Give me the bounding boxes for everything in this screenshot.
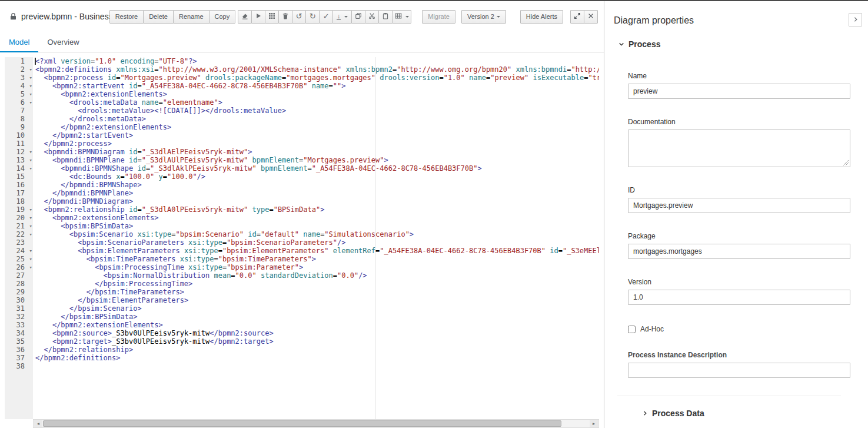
code-line[interactable]: <bpmndi:BPMNDiagram id="_S3dlAElPEeisv5r… <box>35 148 599 156</box>
line-number[interactable]: 33 <box>5 321 33 329</box>
code-line[interactable]: <bpmndi:BPMNPlane id="_S3dlAUlPEeisv5ryk… <box>35 156 599 164</box>
code-area[interactable]: <?xml version="1.0" encoding="UTF-8"?><b… <box>33 57 599 419</box>
code-line[interactable]: <bpmn2:source>_S3bv0UlPEeisv5ryk-mitw</b… <box>35 329 599 337</box>
process-instance-description-input[interactable] <box>628 363 850 378</box>
scroll-right-button[interactable]: ▸ <box>590 420 598 427</box>
code-line[interactable]: <drools:metaValue><![CDATA[]]></drools:m… <box>35 107 599 115</box>
code-line[interactable]: <bpsim:ScenarioParameters xsi:type="bpsi… <box>35 238 599 247</box>
version-input[interactable] <box>628 290 850 305</box>
delete-button[interactable]: Delete <box>143 10 174 24</box>
code-line[interactable]: </bpsim:TimeParameters> <box>35 288 599 296</box>
cut-button[interactable] <box>365 10 379 24</box>
line-number[interactable]: 34 <box>5 329 33 337</box>
fold-toggle-icon[interactable]: ▾ <box>29 230 32 238</box>
code-line[interactable]: <bpsim:Scenario xsi:type="bpsim:Scenario… <box>35 230 599 238</box>
code-line[interactable]: </bpmn2:extensionElements> <box>35 321 599 329</box>
line-number[interactable]: 32 <box>5 313 33 321</box>
redo-button[interactable]: ↻ <box>305 10 320 24</box>
scroll-left-button[interactable]: ◂ <box>34 420 42 427</box>
code-line[interactable]: </bpmndi:BPMNPlane> <box>35 189 599 197</box>
line-number[interactable]: 30 <box>5 296 33 304</box>
code-line[interactable]: </bpsim:ProcessingTime> <box>35 280 599 288</box>
adhoc-checkbox[interactable] <box>628 326 636 333</box>
line-number[interactable]: 5▾ <box>5 90 33 98</box>
code-line[interactable]: <dc:Bounds x="100.0" y="100.0"/> <box>35 172 599 181</box>
fold-toggle-icon[interactable]: ▾ <box>29 205 32 214</box>
documentation-textarea[interactable] <box>628 130 850 167</box>
scrollbar-thumb[interactable] <box>43 420 561 427</box>
code-line[interactable]: <bpmn2:target>_S3bv0UlPEeisv5ryk-mitw</b… <box>35 337 599 346</box>
line-number[interactable]: 7 <box>5 107 33 115</box>
line-number[interactable]: 29 <box>5 288 33 296</box>
name-input[interactable] <box>628 84 850 99</box>
line-number[interactable]: 4▾ <box>5 82 33 90</box>
fold-toggle-icon[interactable]: ▾ <box>29 263 32 271</box>
clear-canvas-button[interactable] <box>238 10 252 24</box>
code-line[interactable]: <bpsim:ElementParameters xsi:type="bpsim… <box>35 247 599 255</box>
code-line[interactable]: <bpsim:BPSimData> <box>35 222 599 230</box>
fold-toggle-icon[interactable]: ▾ <box>29 164 32 172</box>
code-line[interactable]: <bpsim:ProcessingTime xsi:type="bpsim:Pa… <box>35 263 599 271</box>
thumbnails-button[interactable] <box>265 10 279 24</box>
rename-button[interactable]: Rename <box>173 10 209 24</box>
tab-overview[interactable]: Overview <box>38 32 88 52</box>
expand-button[interactable] <box>570 10 584 24</box>
line-number[interactable]: 25▾ <box>5 255 33 263</box>
code-line[interactable]: <bpsim:NormalDistribution mean="0.0" sta… <box>35 271 599 280</box>
package-input[interactable] <box>628 244 850 259</box>
line-number[interactable]: 11 <box>5 140 33 148</box>
fold-toggle-icon[interactable]: ▾ <box>29 247 32 255</box>
code-line[interactable]: <bpsim:TimeParameters xsi:type="bpsim:Ti… <box>35 255 599 263</box>
line-number[interactable]: 16 <box>5 181 33 189</box>
line-number[interactable]: 14▾ <box>5 164 33 172</box>
line-number[interactable]: 3▾ <box>5 74 33 82</box>
migrate-button[interactable]: Migrate <box>422 10 455 24</box>
line-number[interactable]: 22▾ <box>5 230 33 238</box>
line-number[interactable]: 21▾ <box>5 222 33 230</box>
copy-button[interactable]: Copy <box>209 10 236 24</box>
fold-toggle-icon[interactable]: ▾ <box>29 214 32 222</box>
collapse-panel-button[interactable] <box>849 13 862 26</box>
line-number[interactable]: 15 <box>5 172 33 181</box>
section-process[interactable]: Process <box>618 39 859 49</box>
tab-model[interactable]: Model <box>0 32 38 52</box>
line-number[interactable]: 10 <box>5 131 33 140</box>
paste-button[interactable] <box>378 10 393 24</box>
code-line[interactable]: </bpsim:Scenario> <box>35 304 599 313</box>
code-line[interactable]: <bpmn2:definitions xmlns:xsi="http://www… <box>35 65 599 74</box>
line-number[interactable]: 12▾ <box>5 148 33 156</box>
table-dropdown-button[interactable] <box>392 10 411 24</box>
line-number[interactable]: 35 <box>5 337 33 346</box>
fold-toggle-icon[interactable]: ▾ <box>29 148 32 156</box>
code-line[interactable]: </bpmn2:definitions> <box>35 354 599 362</box>
version-dropdown-button[interactable]: Version 2 <box>461 10 506 24</box>
line-number[interactable]: 24▾ <box>5 247 33 255</box>
line-number[interactable]: 27 <box>5 271 33 280</box>
code-line[interactable] <box>35 362 599 370</box>
download-dropdown-button[interactable]: ↓ <box>332 10 352 24</box>
code-line[interactable]: </bpmn2:startEvent> <box>35 131 599 140</box>
code-line[interactable]: <bpmn2:relationship id="_S3dlA0lPEeisv5r… <box>35 205 599 214</box>
line-number[interactable]: 18 <box>5 197 33 205</box>
line-number[interactable]: 9 <box>5 123 33 131</box>
code-line[interactable]: <bpmn2:startEvent id="_A54FE38A-04EC-466… <box>35 82 599 90</box>
line-number[interactable]: 2▾ <box>5 65 33 74</box>
undo-button[interactable]: ↺ <box>292 10 306 24</box>
fold-toggle-icon[interactable]: ▾ <box>29 90 32 98</box>
code-line[interactable]: </bpmn2:process> <box>35 140 599 148</box>
restore-button[interactable]: Restore <box>109 10 144 24</box>
line-number[interactable]: 37 <box>5 354 33 362</box>
hide-alerts-button[interactable]: Hide Alerts <box>520 10 563 24</box>
line-number[interactable]: 20▾ <box>5 214 33 222</box>
resize-grip-icon[interactable] <box>843 160 849 165</box>
fold-toggle-icon[interactable]: ▾ <box>29 65 32 74</box>
code-line[interactable]: <bpmn2:extensionElements> <box>35 214 599 222</box>
line-number[interactable]: 26▾ <box>5 263 33 271</box>
horizontal-scrollbar[interactable]: ◂ ▸ <box>33 419 599 428</box>
fold-toggle-icon[interactable]: ▾ <box>29 98 32 107</box>
fold-toggle-icon[interactable]: ▾ <box>29 255 32 263</box>
code-line[interactable]: </bpsim:BPSimData> <box>35 313 599 321</box>
code-line[interactable]: <drools:metaData name="elementname"> <box>35 98 599 107</box>
line-number[interactable]: 8 <box>5 115 33 123</box>
adhoc-label[interactable]: Ad-Hoc <box>640 325 664 333</box>
